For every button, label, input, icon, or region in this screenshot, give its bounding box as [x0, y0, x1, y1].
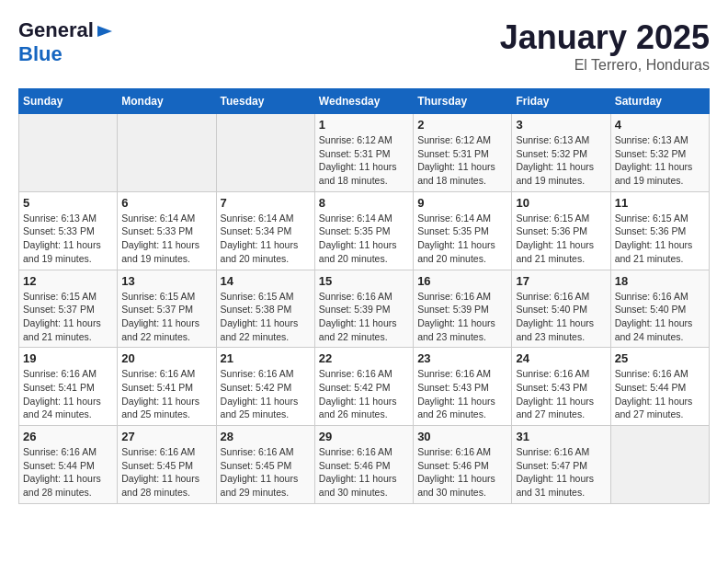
day-info-text: Sunset: 5:36 PM: [516, 224, 606, 238]
day-of-week-header: Wednesday: [314, 89, 413, 114]
day-info-text: Sunrise: 6:16 AM: [417, 445, 507, 459]
calendar-day-cell: 18Sunrise: 6:16 AMSunset: 5:40 PMDayligh…: [610, 270, 709, 348]
day-info-text: Sunset: 5:41 PM: [23, 381, 113, 395]
title-block: January 2025 El Terrero, Honduras: [500, 18, 710, 74]
calendar-day-cell: 12Sunrise: 6:15 AMSunset: 5:37 PMDayligh…: [19, 270, 118, 348]
day-info-text: Sunset: 5:40 PM: [516, 303, 606, 316]
page-header: General Blue January 2025 El Terrero, Ho…: [18, 18, 710, 74]
day-number: 14: [221, 274, 311, 288]
day-info-text: Sunrise: 6:12 AM: [319, 133, 409, 147]
logo-general: General: [18, 18, 94, 42]
day-info-text: Daylight: 11 hours and 29 minutes.: [221, 472, 311, 499]
calendar-day-cell: 26Sunrise: 6:16 AMSunset: 5:44 PMDayligh…: [19, 426, 118, 504]
day-info-text: Daylight: 11 hours and 22 minutes.: [319, 316, 409, 343]
calendar-day-cell: 29Sunrise: 6:16 AMSunset: 5:46 PMDayligh…: [314, 426, 413, 504]
day-info-text: Sunrise: 6:16 AM: [516, 445, 606, 459]
day-info-text: Daylight: 11 hours and 24 minutes.: [23, 395, 113, 421]
day-info-text: Sunset: 5:39 PM: [319, 303, 409, 316]
day-of-week-header: Sunday: [19, 89, 118, 114]
calendar-day-cell: 17Sunrise: 6:16 AMSunset: 5:40 PMDayligh…: [512, 270, 610, 348]
calendar-day-cell: 8Sunrise: 6:14 AMSunset: 5:35 PMDaylight…: [314, 191, 413, 270]
day-number: 27: [121, 430, 211, 443]
calendar-week-row: 12Sunrise: 6:15 AMSunset: 5:37 PMDayligh…: [19, 270, 710, 348]
day-number: 15: [319, 274, 409, 288]
day-info-text: Sunrise: 6:16 AM: [516, 367, 606, 381]
calendar-day-cell: 23Sunrise: 6:16 AMSunset: 5:43 PMDayligh…: [414, 348, 512, 426]
calendar-day-cell: 1Sunrise: 6:12 AMSunset: 5:31 PMDaylight…: [314, 114, 413, 192]
calendar-day-cell: [118, 114, 216, 192]
day-info-text: Daylight: 11 hours and 20 minutes.: [319, 238, 409, 265]
day-info-text: Sunrise: 6:16 AM: [615, 290, 705, 304]
calendar-day-cell: 30Sunrise: 6:16 AMSunset: 5:46 PMDayligh…: [414, 426, 512, 504]
day-info-text: Sunset: 5:31 PM: [319, 147, 409, 161]
day-info-text: Sunrise: 6:16 AM: [221, 445, 311, 459]
day-info-text: Sunset: 5:34 PM: [221, 224, 311, 238]
day-of-week-header: Monday: [118, 89, 216, 114]
day-info-text: Daylight: 11 hours and 19 minutes.: [23, 238, 113, 265]
calendar-week-row: 5Sunrise: 6:13 AMSunset: 5:33 PMDaylight…: [19, 191, 710, 270]
day-info-text: Sunset: 5:39 PM: [417, 303, 507, 316]
calendar-day-cell: 9Sunrise: 6:14 AMSunset: 5:35 PMDaylight…: [414, 191, 512, 270]
day-info-text: Daylight: 11 hours and 21 minutes.: [516, 238, 606, 265]
day-info-text: Sunset: 5:42 PM: [319, 381, 409, 395]
day-info-text: Sunrise: 6:15 AM: [615, 212, 705, 225]
day-info-text: Daylight: 11 hours and 21 minutes.: [23, 316, 113, 343]
location-subtitle: El Terrero, Honduras: [500, 57, 710, 74]
day-info-text: Sunrise: 6:16 AM: [417, 367, 507, 381]
day-info-text: Sunset: 5:44 PM: [23, 459, 113, 473]
calendar-day-cell: [216, 114, 314, 192]
day-info-text: Daylight: 11 hours and 27 minutes.: [615, 395, 705, 421]
day-info-text: Daylight: 11 hours and 31 minutes.: [516, 472, 606, 499]
day-info-text: Sunrise: 6:14 AM: [417, 212, 507, 225]
calendar-day-cell: 2Sunrise: 6:12 AMSunset: 5:31 PMDaylight…: [414, 114, 512, 192]
day-info-text: Sunrise: 6:16 AM: [615, 367, 705, 381]
calendar-day-cell: 15Sunrise: 6:16 AMSunset: 5:39 PMDayligh…: [314, 270, 413, 348]
day-info-text: Sunset: 5:47 PM: [516, 459, 606, 473]
day-number: 12: [23, 274, 113, 288]
calendar-week-row: 26Sunrise: 6:16 AMSunset: 5:44 PMDayligh…: [19, 426, 710, 504]
calendar-day-cell: 10Sunrise: 6:15 AMSunset: 5:36 PMDayligh…: [512, 191, 610, 270]
day-number: 24: [516, 351, 606, 365]
day-info-text: Sunrise: 6:16 AM: [23, 445, 113, 459]
day-number: 3: [516, 118, 606, 132]
month-year-title: January 2025: [500, 18, 710, 57]
calendar-day-cell: 24Sunrise: 6:16 AMSunset: 5:43 PMDayligh…: [512, 348, 610, 426]
day-info-text: Sunrise: 6:13 AM: [516, 133, 606, 147]
calendar-day-cell: 28Sunrise: 6:16 AMSunset: 5:45 PMDayligh…: [216, 426, 314, 504]
day-info-text: Daylight: 11 hours and 25 minutes.: [121, 395, 211, 421]
day-info-text: Daylight: 11 hours and 20 minutes.: [417, 238, 507, 265]
day-info-text: Sunrise: 6:13 AM: [615, 133, 705, 147]
day-info-text: Sunset: 5:33 PM: [121, 224, 211, 238]
calendar-day-cell: [19, 114, 118, 192]
day-info-text: Daylight: 11 hours and 18 minutes.: [417, 160, 507, 187]
day-info-text: Daylight: 11 hours and 26 minutes.: [417, 395, 507, 421]
calendar-table: SundayMondayTuesdayWednesdayThursdayFrid…: [18, 88, 710, 504]
calendar-day-cell: 21Sunrise: 6:16 AMSunset: 5:42 PMDayligh…: [216, 348, 314, 426]
day-info-text: Daylight: 11 hours and 28 minutes.: [121, 472, 211, 499]
calendar-week-row: 1Sunrise: 6:12 AMSunset: 5:31 PMDaylight…: [19, 114, 710, 192]
day-number: 20: [121, 351, 211, 365]
day-info-text: Sunrise: 6:16 AM: [319, 445, 409, 459]
day-of-week-header: Tuesday: [216, 89, 314, 114]
day-number: 11: [615, 196, 705, 210]
day-number: 23: [417, 351, 507, 365]
calendar-day-cell: 4Sunrise: 6:13 AMSunset: 5:32 PMDaylight…: [610, 114, 709, 192]
day-info-text: Daylight: 11 hours and 18 minutes.: [319, 160, 409, 187]
day-info-text: Sunrise: 6:14 AM: [319, 212, 409, 225]
day-number: 5: [23, 196, 113, 210]
day-number: 30: [417, 430, 507, 443]
day-number: 1: [319, 118, 409, 132]
calendar-day-cell: [610, 426, 709, 504]
day-number: 8: [319, 196, 409, 210]
day-of-week-header: Saturday: [610, 89, 709, 114]
day-info-text: Daylight: 11 hours and 26 minutes.: [319, 395, 409, 421]
calendar-day-cell: 3Sunrise: 6:13 AMSunset: 5:32 PMDaylight…: [512, 114, 610, 192]
day-info-text: Sunset: 5:46 PM: [319, 459, 409, 473]
day-number: 17: [516, 274, 606, 288]
day-info-text: Daylight: 11 hours and 30 minutes.: [417, 472, 507, 499]
day-info-text: Sunrise: 6:12 AM: [417, 133, 507, 147]
logo-blue: Blue: [18, 42, 63, 65]
day-info-text: Sunrise: 6:16 AM: [319, 367, 409, 381]
day-info-text: Daylight: 11 hours and 19 minutes.: [615, 160, 705, 187]
calendar-day-cell: 6Sunrise: 6:14 AMSunset: 5:33 PMDaylight…: [118, 191, 216, 270]
